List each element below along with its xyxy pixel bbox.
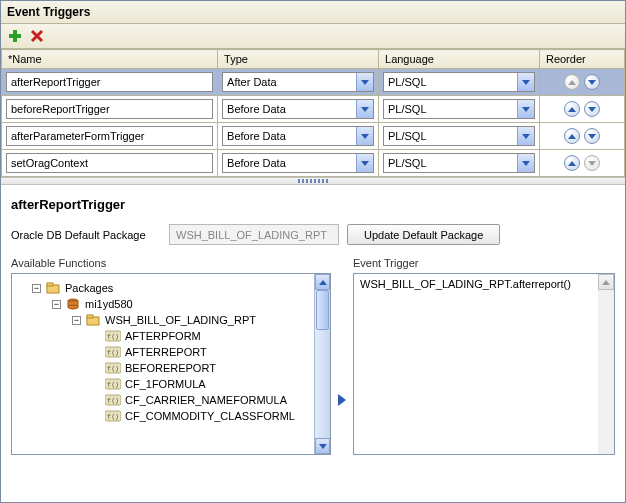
move-up-button <box>564 74 580 90</box>
table-row[interactable]: Before DataPL/SQL <box>2 150 625 177</box>
col-reorder[interactable]: Reorder <box>539 50 624 69</box>
scroll-thumb[interactable] <box>316 290 329 330</box>
tree-label: CF_1FORMULA <box>123 376 206 392</box>
tree-label: AFTERPFORM <box>123 328 201 344</box>
move-up-button[interactable] <box>564 101 580 117</box>
svg-text:f(): f() <box>107 381 120 389</box>
col-language[interactable]: Language <box>379 50 540 69</box>
tree-label: BEFOREREPORT <box>123 360 216 376</box>
language-select[interactable]: PL/SQL <box>383 72 535 92</box>
svg-point-8 <box>68 305 78 309</box>
function-icon: f() <box>105 409 121 423</box>
delete-icon[interactable] <box>29 28 45 44</box>
chevron-down-icon[interactable] <box>356 127 373 145</box>
svg-text:f(): f() <box>107 333 120 341</box>
col-type[interactable]: Type <box>218 50 379 69</box>
tree-item-function[interactable]: f()AFTERREPORT <box>16 344 310 360</box>
tree-scrollbar[interactable] <box>314 274 330 454</box>
collapse-icon[interactable]: − <box>32 284 41 293</box>
move-up-button[interactable] <box>564 128 580 144</box>
select-value: PL/SQL <box>384 127 517 145</box>
language-select[interactable]: PL/SQL <box>383 99 535 119</box>
move-down-button[interactable] <box>584 74 600 90</box>
functions-tree-panel: −Packages−mi1yd580−WSH_BILL_OF_LADING_RP… <box>11 273 331 455</box>
default-package-field <box>169 224 339 245</box>
chevron-down-icon[interactable] <box>517 154 534 172</box>
detail-title: afterReportTrigger <box>1 185 625 222</box>
tree-item-packages[interactable]: −Packages <box>16 280 310 296</box>
chevron-down-icon[interactable] <box>517 73 534 91</box>
scroll-track[interactable] <box>315 290 330 438</box>
packages-icon <box>45 281 61 295</box>
tree-item-function[interactable]: f()CF_CARRIER_NAMEFORMULA <box>16 392 310 408</box>
package-icon <box>85 313 101 327</box>
col-name[interactable]: *Name <box>2 50 218 69</box>
tree-label: WSH_BILL_OF_LADING_RPT <box>103 312 256 328</box>
tree-item-function[interactable]: f()CF_COMMODITY_CLASSFORML <box>16 408 310 424</box>
tree-item-schema[interactable]: −mi1yd580 <box>16 296 310 312</box>
function-icon: f() <box>105 361 121 375</box>
name-input[interactable] <box>6 99 213 119</box>
table-row[interactable]: After DataPL/SQL <box>2 69 625 96</box>
triggers-toolbar <box>1 24 625 49</box>
chevron-down-icon[interactable] <box>517 127 534 145</box>
move-up-button[interactable] <box>564 155 580 171</box>
tree-label: AFTERREPORT <box>123 344 207 360</box>
trigger-code-text: WSH_BILL_OF_LADING_RPT.afterreport() <box>360 278 571 290</box>
name-input[interactable] <box>6 72 213 92</box>
code-scrollbar[interactable] <box>598 274 614 454</box>
name-input[interactable] <box>6 153 213 173</box>
name-input[interactable] <box>6 126 213 146</box>
section-title: Event Triggers <box>1 1 625 24</box>
chevron-down-icon[interactable] <box>356 154 373 172</box>
svg-text:f(): f() <box>107 365 120 373</box>
svg-rect-5 <box>47 283 53 286</box>
select-value: Before Data <box>223 127 356 145</box>
splitter-bar[interactable] <box>1 177 625 185</box>
language-select[interactable]: PL/SQL <box>383 153 535 173</box>
collapse-icon[interactable]: − <box>72 316 81 325</box>
tree-item-package[interactable]: −WSH_BILL_OF_LADING_RPT <box>16 312 310 328</box>
functions-tree[interactable]: −Packages−mi1yd580−WSH_BILL_OF_LADING_RP… <box>12 274 314 430</box>
available-functions-label: Available Functions <box>11 255 331 273</box>
type-select[interactable]: Before Data <box>222 99 374 119</box>
tree-label: mi1yd580 <box>83 296 133 312</box>
schema-icon <box>65 297 81 311</box>
tree-item-function[interactable]: f()CF_1FORMULA <box>16 376 310 392</box>
default-package-row: Oracle DB Default Package Update Default… <box>1 222 625 255</box>
select-value: PL/SQL <box>384 73 517 91</box>
table-row[interactable]: Before DataPL/SQL <box>2 96 625 123</box>
event-trigger-code-panel[interactable]: WSH_BILL_OF_LADING_RPT.afterreport() <box>353 273 615 455</box>
type-select[interactable]: After Data <box>222 72 374 92</box>
svg-rect-10 <box>87 315 93 318</box>
type-select[interactable]: Before Data <box>222 126 374 146</box>
chevron-down-icon[interactable] <box>517 100 534 118</box>
scroll-down-icon[interactable] <box>315 438 330 454</box>
tree-label: Packages <box>63 280 113 296</box>
chevron-down-icon[interactable] <box>356 100 373 118</box>
move-right-button[interactable] <box>335 390 349 410</box>
triggers-table: *Name Type Language Reorder After DataPL… <box>1 49 625 177</box>
table-row[interactable]: Before DataPL/SQL <box>2 123 625 150</box>
svg-text:f(): f() <box>107 349 120 357</box>
default-package-label: Oracle DB Default Package <box>11 229 161 241</box>
chevron-down-icon[interactable] <box>356 73 373 91</box>
update-default-package-button[interactable]: Update Default Package <box>347 224 500 245</box>
code-scroll-up-icon[interactable] <box>598 274 614 290</box>
select-value: Before Data <box>223 100 356 118</box>
scroll-up-icon[interactable] <box>315 274 330 290</box>
collapse-icon[interactable]: − <box>52 300 61 309</box>
tree-item-function[interactable]: f()AFTERPFORM <box>16 328 310 344</box>
function-icon: f() <box>105 377 121 391</box>
splitter-grip-icon <box>298 179 328 183</box>
tree-item-function[interactable]: f()BEFOREREPORT <box>16 360 310 376</box>
type-select[interactable]: Before Data <box>222 153 374 173</box>
move-down-button[interactable] <box>584 101 600 117</box>
move-down-button[interactable] <box>584 128 600 144</box>
svg-text:f(): f() <box>107 413 120 421</box>
function-icon: f() <box>105 329 121 343</box>
language-select[interactable]: PL/SQL <box>383 126 535 146</box>
svg-text:f(): f() <box>107 397 120 405</box>
function-icon: f() <box>105 345 121 359</box>
add-icon[interactable] <box>7 28 23 44</box>
